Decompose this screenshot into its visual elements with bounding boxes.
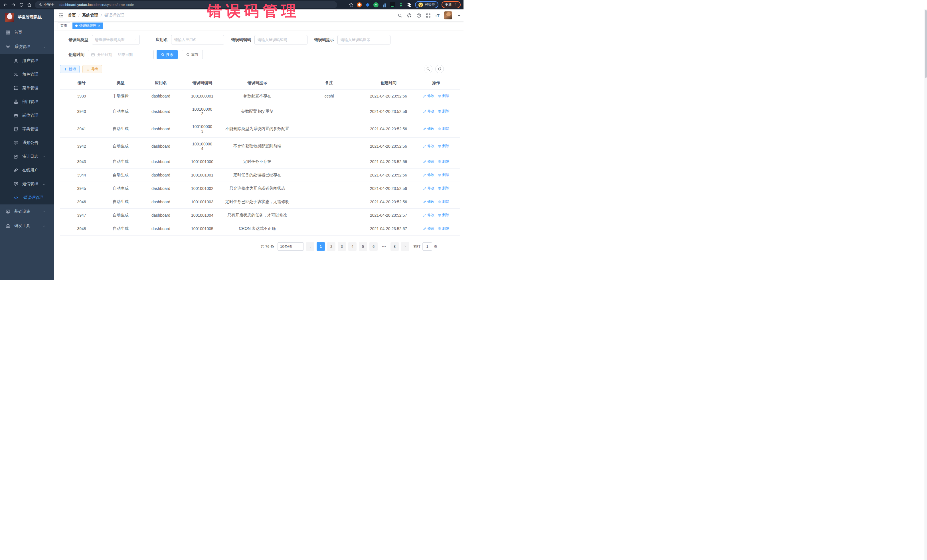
profile-paused-badge[interactable]: 已暂停 <box>415 1 438 8</box>
sidebar-item-系统管理[interactable]: 系统管理 <box>0 39 54 54</box>
hamburger-icon[interactable] <box>58 12 64 18</box>
pagination-page-8[interactable]: 8 <box>391 242 399 250</box>
sidebar-item-角色管理[interactable]: 角色管理 <box>0 68 54 81</box>
delete-link[interactable]: 删除 <box>438 109 449 114</box>
show-search-button[interactable] <box>424 65 432 73</box>
fullscreen-icon[interactable] <box>426 13 431 18</box>
delete-link[interactable]: 删除 <box>438 213 449 217</box>
form-input-错误码编码[interactable] <box>258 38 304 42</box>
sidebar-item-审计日志[interactable]: 审计日志 <box>0 150 54 163</box>
edit-link[interactable]: 修改 <box>423 94 435 99</box>
cell-app: dashboard <box>138 195 184 209</box>
form-input-错误码提示[interactable] <box>340 38 388 42</box>
edit-link[interactable]: 修改 <box>423 213 435 217</box>
browser-forward-icon[interactable] <box>11 2 16 8</box>
refresh-button[interactable] <box>435 65 444 73</box>
user-icon <box>14 58 18 63</box>
breadcrumb-item-首页[interactable]: 首页 <box>68 13 76 18</box>
sidebar-item-首页[interactable]: 首页 <box>0 25 54 39</box>
date-end-placeholder: 结束日期 <box>118 52 133 57</box>
header-search-icon[interactable] <box>398 13 403 18</box>
sidebar-item-部门管理[interactable]: 部门管理 <box>0 95 54 109</box>
add-button[interactable]: 新增 <box>60 65 80 73</box>
extension-gem-icon[interactable] <box>365 2 370 8</box>
bookmark-star-icon[interactable] <box>348 2 354 8</box>
pagination-ellipsis-icon[interactable]: ••• <box>380 244 388 249</box>
browser-update-button[interactable]: 更新 ⋮ <box>442 1 460 8</box>
security-status[interactable]: 不安全 <box>38 2 57 7</box>
page-size-select[interactable]: 10条/页 <box>278 242 304 250</box>
sidebar-item-错误码管理[interactable]: </>错误码管理 <box>0 191 54 205</box>
pagination-page-4[interactable]: 4 <box>348 242 357 250</box>
reset-button[interactable]: 重置 <box>182 50 203 59</box>
delete-link[interactable]: 删除 <box>438 159 449 164</box>
delete-link[interactable]: 删除 <box>438 199 449 204</box>
pagination-page-6[interactable]: 6 <box>369 242 378 250</box>
user-avatar[interactable] <box>444 11 452 20</box>
app-logo-row[interactable]: 芋道管理系统 <box>0 9 54 25</box>
export-button[interactable]: 导出 <box>82 65 102 73</box>
edit-link[interactable]: 修改 <box>423 173 435 178</box>
edit-link[interactable]: 修改 <box>423 144 435 149</box>
delete-link[interactable]: 删除 <box>438 186 449 191</box>
browser-menu-kebab-icon[interactable]: ⋮ <box>454 3 457 6</box>
browser-home-icon[interactable] <box>27 2 32 8</box>
delete-link-label: 删除 <box>442 226 449 231</box>
sidebar-item-研发工具[interactable]: 研发工具 <box>0 219 54 233</box>
goto-page-input[interactable] <box>422 242 432 250</box>
trash-icon <box>438 227 441 231</box>
sidebar-item-label: 字典管理 <box>22 127 38 132</box>
edit-link[interactable]: 修改 <box>423 186 435 191</box>
edit-link[interactable]: 修改 <box>423 109 435 114</box>
sidebar-item-短信管理[interactable]: 短信管理 <box>0 177 54 191</box>
delete-link[interactable]: 删除 <box>438 173 449 178</box>
delete-link[interactable]: 删除 <box>438 144 449 149</box>
search-button[interactable]: 搜索 <box>157 50 178 59</box>
pagination-page-3[interactable]: 3 <box>338 242 346 250</box>
font-size-icon[interactable]: TT <box>435 13 439 18</box>
tab-错误码管理[interactable]: 错误码管理× <box>73 23 103 29</box>
pagination-prev-button[interactable] <box>306 242 314 250</box>
sidebar-item-基础设施[interactable]: 基础设施 <box>0 205 54 219</box>
extension-git-icon[interactable]: Git <box>390 2 395 8</box>
edit-link[interactable]: 修改 <box>423 159 435 164</box>
sidebar-item-用户管理[interactable]: 用户管理 <box>0 54 54 68</box>
code-icon: </> <box>14 196 20 199</box>
edit-link[interactable]: 修改 <box>423 226 435 231</box>
browser-back-icon[interactable] <box>3 2 8 8</box>
avatar-caret-down-icon[interactable] <box>457 13 462 18</box>
table-row: 3945自动生成dashboard1001001002只允许修改为开启或者关闭状… <box>60 182 460 195</box>
cell-type: 手动编辑 <box>103 90 138 103</box>
pagination-page-5[interactable]: 5 <box>359 242 367 250</box>
sidebar-item-岗位管理[interactable]: 岗位管理 <box>0 109 54 122</box>
extension-columns-icon[interactable] <box>381 2 387 8</box>
date-range-picker[interactable]: 开始日期-结束日期 <box>88 50 154 59</box>
extension-person-icon[interactable] <box>398 2 404 8</box>
pagination-next-button[interactable] <box>401 242 409 250</box>
delete-link[interactable]: 删除 <box>438 226 449 231</box>
cell-operations: 修改删除 <box>412 155 460 168</box>
tab-close-icon[interactable]: × <box>98 24 100 27</box>
extension-green-y-icon[interactable]: Y <box>373 2 378 8</box>
edit-link[interactable]: 修改 <box>423 126 435 131</box>
sidebar-item-通知公告[interactable]: 通知公告 <box>0 136 54 150</box>
pagination-page-2[interactable]: 2 <box>327 242 336 250</box>
help-icon[interactable] <box>416 13 421 18</box>
delete-link[interactable]: 删除 <box>438 126 449 131</box>
sidebar-item-在线用户[interactable]: 在线用户 <box>0 163 54 177</box>
edit-link[interactable]: 修改 <box>423 199 435 204</box>
browser-reload-icon[interactable] <box>19 2 24 8</box>
sidebar-item-label: 短信管理 <box>22 181 38 187</box>
form-input-应用名[interactable] <box>174 38 221 42</box>
pagination-page-1[interactable]: 1 <box>317 242 325 250</box>
error-type-select[interactable]: 请选择错误码类型 <box>92 35 140 44</box>
extensions-puzzle-icon[interactable] <box>407 2 412 8</box>
address-bar[interactable]: 不安全 dashboard.yudao.iocoder.cn/system/er… <box>35 1 337 8</box>
tab-首页[interactable]: 首页 <box>58 23 70 29</box>
sidebar-item-字典管理[interactable]: 字典管理 <box>0 122 54 136</box>
sidebar-item-菜单管理[interactable]: 菜单管理 <box>0 81 54 95</box>
github-icon[interactable] <box>407 13 412 18</box>
breadcrumb-item-系统管理[interactable]: 系统管理 <box>82 13 98 18</box>
extension-orange-icon[interactable] <box>357 2 362 8</box>
delete-link[interactable]: 删除 <box>438 94 449 99</box>
